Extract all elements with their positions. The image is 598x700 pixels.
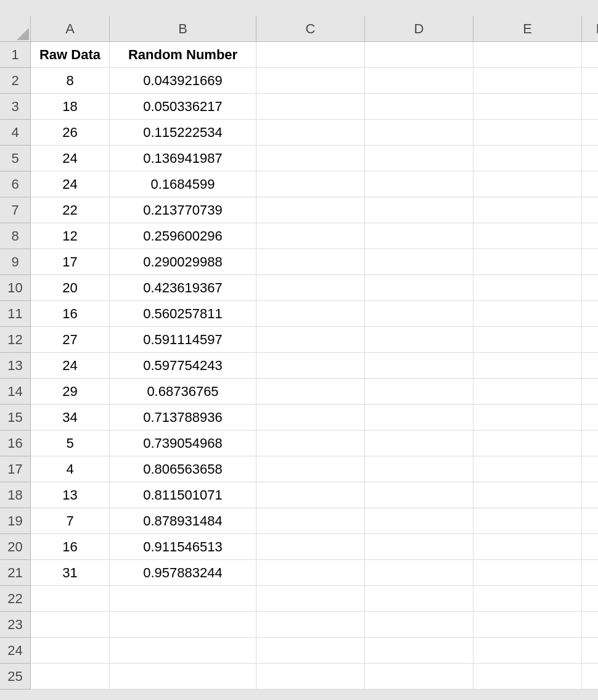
- row-header-9[interactable]: 9: [0, 249, 31, 275]
- cell-B2[interactable]: 0.043921669: [110, 68, 256, 94]
- cell-F6[interactable]: [582, 171, 598, 197]
- row-header-25[interactable]: 25: [0, 664, 31, 690]
- cell-C8[interactable]: [256, 223, 365, 249]
- cell-F11[interactable]: [582, 301, 598, 327]
- column-header-C[interactable]: C: [256, 16, 365, 42]
- cell-E4[interactable]: [473, 120, 582, 146]
- cell-B12[interactable]: 0.591114597: [110, 327, 256, 353]
- cell-A21[interactable]: 31: [31, 560, 110, 586]
- row-header-10[interactable]: 10: [0, 275, 31, 301]
- cell-A1[interactable]: Raw Data: [31, 42, 110, 68]
- cell-B4[interactable]: 0.115222534: [110, 120, 256, 146]
- cell-F2[interactable]: [582, 68, 598, 94]
- cell-D22[interactable]: [365, 586, 473, 612]
- cell-E3[interactable]: [473, 94, 582, 120]
- column-header-B[interactable]: B: [110, 16, 256, 42]
- cell-B3[interactable]: 0.050336217: [110, 94, 256, 120]
- cell-E7[interactable]: [473, 197, 582, 223]
- cell-D14[interactable]: [365, 379, 473, 405]
- row-header-18[interactable]: 18: [0, 482, 31, 508]
- row-header-3[interactable]: 3: [0, 94, 31, 120]
- cell-B5[interactable]: 0.136941987: [110, 146, 256, 171]
- cell-B23[interactable]: [110, 612, 256, 638]
- cell-B25[interactable]: [110, 664, 256, 690]
- row-header-6[interactable]: 6: [0, 171, 31, 197]
- cell-D4[interactable]: [365, 120, 473, 146]
- cell-D21[interactable]: [365, 560, 473, 586]
- cell-E1[interactable]: [473, 42, 582, 68]
- cell-B7[interactable]: 0.213770739: [110, 197, 256, 223]
- cell-C14[interactable]: [256, 379, 365, 405]
- cell-B13[interactable]: 0.597754243: [110, 353, 256, 379]
- select-all-corner[interactable]: [0, 16, 31, 42]
- cell-A16[interactable]: 5: [31, 430, 110, 456]
- cell-F25[interactable]: [582, 664, 598, 690]
- row-header-5[interactable]: 5: [0, 146, 31, 171]
- cell-A14[interactable]: 29: [31, 379, 110, 405]
- cell-C2[interactable]: [256, 68, 365, 94]
- column-header-F[interactable]: F: [582, 16, 598, 42]
- cell-D24[interactable]: [365, 638, 473, 664]
- cell-E12[interactable]: [473, 327, 582, 353]
- cell-D9[interactable]: [365, 249, 473, 275]
- cell-C16[interactable]: [256, 430, 365, 456]
- cell-B6[interactable]: 0.1684599: [110, 171, 256, 197]
- cell-C11[interactable]: [256, 301, 365, 327]
- cell-D3[interactable]: [365, 94, 473, 120]
- cell-D13[interactable]: [365, 353, 473, 379]
- cell-C5[interactable]: [256, 146, 365, 171]
- cell-B16[interactable]: 0.739054968: [110, 430, 256, 456]
- cell-B15[interactable]: 0.713788936: [110, 405, 256, 430]
- row-header-19[interactable]: 19: [0, 508, 31, 534]
- cell-B14[interactable]: 0.68736765: [110, 379, 256, 405]
- cell-C17[interactable]: [256, 456, 365, 482]
- cell-E11[interactable]: [473, 301, 582, 327]
- cell-C23[interactable]: [256, 612, 365, 638]
- cell-F12[interactable]: [582, 327, 598, 353]
- cell-E17[interactable]: [473, 456, 582, 482]
- cell-D15[interactable]: [365, 405, 473, 430]
- cell-D11[interactable]: [365, 301, 473, 327]
- cell-A6[interactable]: 24: [31, 171, 110, 197]
- cell-D18[interactable]: [365, 482, 473, 508]
- cell-F9[interactable]: [582, 249, 598, 275]
- cell-F15[interactable]: [582, 405, 598, 430]
- cell-F1[interactable]: [582, 42, 598, 68]
- cell-B10[interactable]: 0.423619367: [110, 275, 256, 301]
- cell-A4[interactable]: 26: [31, 120, 110, 146]
- cell-C1[interactable]: [256, 42, 365, 68]
- cell-A20[interactable]: 16: [31, 534, 110, 560]
- cell-F17[interactable]: [582, 456, 598, 482]
- cell-A8[interactable]: 12: [31, 223, 110, 249]
- cell-F20[interactable]: [582, 534, 598, 560]
- row-header-7[interactable]: 7: [0, 197, 31, 223]
- cell-D5[interactable]: [365, 146, 473, 171]
- cell-F10[interactable]: [582, 275, 598, 301]
- cell-C6[interactable]: [256, 171, 365, 197]
- cell-E8[interactable]: [473, 223, 582, 249]
- row-header-16[interactable]: 16: [0, 430, 31, 456]
- cell-E13[interactable]: [473, 353, 582, 379]
- cell-A18[interactable]: 13: [31, 482, 110, 508]
- cell-F23[interactable]: [582, 612, 598, 638]
- cell-F19[interactable]: [582, 508, 598, 534]
- cell-E6[interactable]: [473, 171, 582, 197]
- cell-A19[interactable]: 7: [31, 508, 110, 534]
- cell-C9[interactable]: [256, 249, 365, 275]
- cell-D2[interactable]: [365, 68, 473, 94]
- cell-C19[interactable]: [256, 508, 365, 534]
- cell-F7[interactable]: [582, 197, 598, 223]
- cell-E21[interactable]: [473, 560, 582, 586]
- cell-A13[interactable]: 24: [31, 353, 110, 379]
- column-header-E[interactable]: E: [473, 16, 582, 42]
- cell-B20[interactable]: 0.911546513: [110, 534, 256, 560]
- cell-E2[interactable]: [473, 68, 582, 94]
- cell-B8[interactable]: 0.259600296: [110, 223, 256, 249]
- row-header-8[interactable]: 8: [0, 223, 31, 249]
- cell-C10[interactable]: [256, 275, 365, 301]
- cell-B21[interactable]: 0.957883244: [110, 560, 256, 586]
- cell-E20[interactable]: [473, 534, 582, 560]
- cell-A25[interactable]: [31, 664, 110, 690]
- cell-A11[interactable]: 16: [31, 301, 110, 327]
- row-header-2[interactable]: 2: [0, 68, 31, 94]
